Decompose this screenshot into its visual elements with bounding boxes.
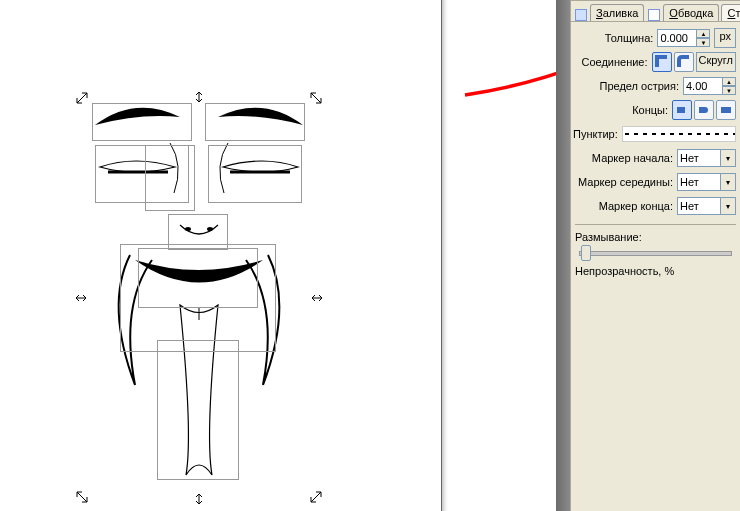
marker-end-dropdown[interactable]: ▾	[720, 197, 736, 215]
cap-square-icon[interactable]	[716, 100, 736, 120]
stroke-width-up[interactable]: ▲	[696, 29, 710, 38]
selection-box	[208, 145, 302, 203]
selection-grip-nw[interactable]	[76, 92, 88, 104]
miter-limit-down[interactable]: ▼	[722, 86, 736, 95]
stroke-width-label: Толщина:	[605, 32, 654, 44]
selection-grip-se[interactable]	[310, 491, 322, 503]
selection-box	[92, 103, 192, 141]
join-miter-icon[interactable]	[652, 52, 672, 72]
blur-label: Размывание:	[571, 231, 740, 243]
marker-mid-dropdown[interactable]: ▾	[720, 173, 736, 191]
marker-start-dropdown[interactable]: ▾	[720, 149, 736, 167]
selection-box	[145, 145, 195, 211]
stroke-width-input[interactable]	[657, 29, 697, 47]
opacity-label: Непрозрачность, %	[571, 265, 740, 277]
fill-stroke-panel: Заливка Обводка Стиль обв Толщина: ▲ ▼ p…	[570, 0, 740, 511]
miter-limit-label: Предел острия:	[600, 80, 679, 92]
selection-grip-s[interactable]	[193, 493, 205, 505]
stroke-width-down[interactable]: ▼	[696, 38, 710, 47]
join-round-icon[interactable]	[674, 52, 694, 72]
stroke-style-body: Толщина: ▲ ▼ px Соединение:	[571, 21, 740, 277]
stroke-width-unit[interactable]: px	[714, 28, 736, 48]
marker-start-combo[interactable]: ▾	[677, 149, 736, 167]
marker-mid-label: Маркер середины:	[578, 176, 673, 188]
cap-round-icon[interactable]	[694, 100, 714, 120]
fill-swatch-icon	[575, 9, 587, 21]
selection-box	[157, 340, 239, 480]
marker-end-label: Маркер конца:	[599, 200, 673, 212]
stroke-cap-label: Концы:	[632, 104, 668, 116]
panel-tabs: Заливка Обводка Стиль обв	[571, 1, 740, 21]
marker-mid-value[interactable]	[677, 173, 720, 191]
marker-end-combo[interactable]: ▾	[677, 197, 736, 215]
selection-box	[205, 103, 305, 141]
stroke-width-spin[interactable]: ▲ ▼	[657, 29, 710, 47]
stroke-join-buttons: Скругл	[652, 52, 736, 72]
marker-start-value[interactable]	[677, 149, 720, 167]
join-rounded-hint-label: Скругл	[696, 52, 736, 72]
svg-rect-5	[721, 107, 731, 113]
cap-butt-icon[interactable]	[672, 100, 692, 120]
selection-grip-e[interactable]	[311, 292, 323, 304]
stroke-dash-label: Пунктир:	[573, 128, 618, 140]
svg-rect-4	[677, 107, 685, 113]
separator	[575, 224, 736, 225]
selection-grip-n[interactable]	[193, 91, 205, 103]
marker-end-value[interactable]	[677, 197, 720, 215]
miter-limit-input[interactable]	[683, 77, 723, 95]
selection-box	[138, 248, 258, 308]
selection-grip-ne[interactable]	[310, 92, 322, 104]
stroke-swatch-icon	[648, 9, 660, 21]
tab-fill[interactable]: Заливка	[590, 4, 644, 21]
miter-limit-up[interactable]: ▲	[722, 77, 736, 86]
stroke-dash-control[interactable]	[622, 126, 736, 142]
tab-stroke-style[interactable]: Стиль обв	[721, 4, 740, 21]
marker-mid-combo[interactable]: ▾	[677, 173, 736, 191]
window-frame-edge	[556, 0, 571, 511]
stroke-cap-buttons	[672, 100, 736, 120]
miter-limit-spin[interactable]: ▲ ▼	[683, 77, 736, 95]
blur-slider[interactable]	[575, 243, 736, 261]
selection-grip-w[interactable]	[75, 292, 87, 304]
tab-stroke-paint[interactable]: Обводка	[663, 4, 719, 21]
canvas-area[interactable]	[0, 0, 540, 511]
stroke-join-label: Соединение:	[581, 56, 647, 68]
selection-grip-sw[interactable]	[76, 491, 88, 503]
marker-start-label: Маркер начала:	[592, 152, 673, 164]
